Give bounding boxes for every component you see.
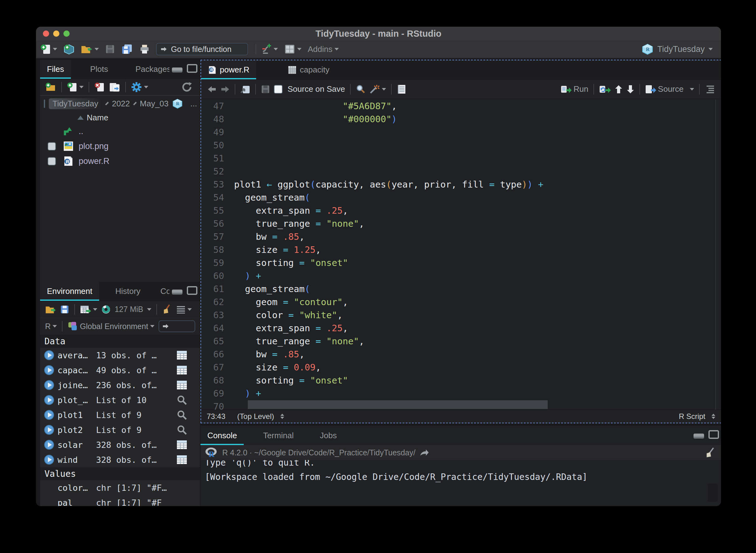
code-line[interactable]: 64 extra_span = .25, bbox=[201, 322, 721, 335]
load-workspace-button[interactable] bbox=[43, 303, 58, 316]
file-type-selector-icon[interactable] bbox=[712, 414, 715, 419]
clear-console-button[interactable] bbox=[703, 446, 717, 459]
code-line[interactable]: 51 bbox=[201, 152, 721, 165]
tab-files[interactable]: Files bbox=[40, 60, 71, 79]
source-button[interactable]: Source bbox=[643, 83, 696, 95]
go-to-next-chunk-button[interactable] bbox=[625, 83, 636, 95]
import-caret-icon[interactable] bbox=[93, 308, 97, 311]
code-tools-caret-icon[interactable] bbox=[382, 88, 386, 90]
new-file-button[interactable] bbox=[38, 42, 59, 56]
run-button[interactable]: Run bbox=[559, 83, 590, 95]
code-line[interactable]: 60 ) + bbox=[201, 269, 721, 283]
open-file-button[interactable] bbox=[79, 43, 101, 56]
horizontal-scrollbar[interactable] bbox=[248, 400, 548, 409]
files-more-button[interactable] bbox=[129, 80, 150, 94]
select-all-checkbox[interactable] bbox=[44, 99, 45, 108]
code-line[interactable]: 47 "#5A6D87", bbox=[201, 99, 721, 112]
new-file-caret-icon[interactable] bbox=[53, 48, 57, 51]
goto-file-function-input[interactable]: Go to file/function bbox=[156, 43, 248, 55]
file-row-power[interactable]: R power.R bbox=[40, 154, 200, 169]
tab-console[interactable]: Console bbox=[200, 426, 244, 445]
save-workspace-button[interactable] bbox=[58, 304, 71, 315]
save-all-button[interactable] bbox=[119, 43, 135, 56]
environment-data-row[interactable]: plot2 List of 9 bbox=[40, 422, 200, 437]
list-view-button[interactable] bbox=[174, 304, 194, 315]
expand-object-icon[interactable] bbox=[44, 424, 55, 435]
code-line[interactable]: 55 extra_span = .25, bbox=[201, 204, 721, 217]
back-button[interactable] bbox=[205, 84, 218, 94]
environment-data-row[interactable]: avera… 13 obs. of … bbox=[40, 348, 200, 363]
code-line[interactable]: 54 geom_stream( bbox=[201, 191, 721, 204]
import-dataset-button[interactable] bbox=[78, 303, 99, 316]
maximize-pane-icon[interactable] bbox=[187, 64, 197, 73]
code-line[interactable]: 56 true_range = "none", bbox=[201, 217, 721, 230]
console-output[interactable]: Type 'q()' to quit R. [Workspace loaded … bbox=[200, 460, 721, 506]
delete-file-button[interactable] bbox=[92, 81, 107, 94]
go-to-previous-chunk-button[interactable] bbox=[613, 83, 625, 95]
breadcrumb-more-button[interactable]: ... bbox=[190, 99, 197, 108]
file-name[interactable]: power.R bbox=[79, 156, 109, 166]
code-line[interactable]: 61 geom_stream( bbox=[201, 283, 721, 296]
memory-usage-button[interactable]: 127 MiB bbox=[99, 303, 153, 316]
clear-objects-button[interactable] bbox=[160, 303, 174, 316]
scope-indicator[interactable]: (Top Level) bbox=[237, 412, 274, 421]
checkbox-icon[interactable] bbox=[274, 85, 283, 94]
file-name[interactable]: plot.png bbox=[79, 142, 108, 151]
save-source-button[interactable] bbox=[259, 83, 272, 95]
breadcrumb-root[interactable]: TidyTuesday bbox=[49, 98, 102, 109]
code-tools-button[interactable] bbox=[367, 83, 388, 95]
environment-data-row[interactable]: joine… 236 obs. of… bbox=[40, 378, 200, 393]
file-type-indicator[interactable]: R Script bbox=[679, 412, 705, 421]
document-outline-button[interactable] bbox=[703, 84, 717, 94]
environment-search-input[interactable] bbox=[159, 320, 195, 332]
new-folder-button[interactable] bbox=[43, 81, 58, 93]
file-row-up[interactable]: .. bbox=[40, 124, 200, 139]
code-line[interactable]: 67 size = 0.09, bbox=[201, 361, 721, 374]
scope-select[interactable]: Global Environment bbox=[66, 320, 156, 332]
environment-data-row[interactable]: solar 328 obs. of… bbox=[40, 437, 200, 452]
tab-jobs[interactable]: Jobs bbox=[313, 426, 344, 445]
language-select[interactable]: R bbox=[43, 321, 59, 332]
list-view-caret-icon[interactable] bbox=[187, 308, 192, 311]
breadcrumb-year[interactable]: 2022 bbox=[112, 99, 130, 108]
environment-data-row[interactable]: wind 328 obs. of… bbox=[40, 452, 200, 467]
new-blank-file-caret-icon[interactable] bbox=[79, 86, 84, 88]
new-blank-file-button[interactable] bbox=[65, 81, 86, 94]
save-button[interactable] bbox=[103, 43, 117, 55]
expand-object-icon[interactable] bbox=[44, 410, 55, 420]
tab-capacity[interactable]: capacity bbox=[281, 60, 336, 79]
expand-object-icon[interactable] bbox=[44, 454, 55, 465]
environment-value-row[interactable]: color… chr [1:7] "#F… bbox=[40, 480, 200, 495]
environment-value-row[interactable]: pal chr [1:7] "#F bbox=[40, 495, 200, 506]
maximize-pane-icon[interactable] bbox=[708, 430, 719, 439]
project-menu-button[interactable]: R TidyTuesday bbox=[642, 43, 713, 55]
code-line[interactable]: 59 sorting = "onset" bbox=[201, 256, 721, 269]
open-in-new-window-button[interactable] bbox=[239, 83, 252, 95]
code-line[interactable]: 66 bw = .85, bbox=[201, 348, 721, 361]
language-caret-icon[interactable] bbox=[53, 325, 57, 327]
memory-caret-icon[interactable] bbox=[147, 308, 152, 311]
compile-report-button[interactable] bbox=[395, 83, 408, 95]
rename-file-button[interactable] bbox=[107, 81, 122, 94]
tab-plots[interactable]: Plots bbox=[83, 60, 115, 79]
files-name-header[interactable]: Name bbox=[40, 111, 200, 124]
environment-data-row[interactable]: plot1 List of 9 bbox=[40, 407, 200, 422]
code-line[interactable]: 48 "#000000") bbox=[201, 112, 721, 126]
view-table-icon[interactable] bbox=[176, 454, 187, 465]
minimize-pane-icon[interactable] bbox=[693, 433, 704, 439]
code-line[interactable]: 58 size = 1.25, bbox=[201, 243, 721, 256]
environment-data-row[interactable]: plot_… List of 10 bbox=[40, 393, 200, 407]
inspect-object-icon[interactable] bbox=[176, 424, 187, 435]
code-line[interactable]: 68 sorting = "onset" bbox=[201, 374, 721, 387]
code-line[interactable]: 49 bbox=[201, 126, 721, 139]
code-line[interactable]: 69 ) + bbox=[201, 387, 721, 400]
go-to-directory-icon[interactable] bbox=[420, 449, 429, 456]
addins-caret-icon[interactable] bbox=[335, 48, 339, 51]
view-table-icon[interactable] bbox=[176, 365, 187, 375]
code-line[interactable]: 53 plot1 ← ggplot(capacity, aes(year, pr… bbox=[201, 178, 721, 191]
expand-object-icon[interactable] bbox=[44, 380, 55, 390]
code-line[interactable]: 52 bbox=[201, 165, 721, 178]
inspect-object-icon[interactable] bbox=[176, 395, 187, 405]
view-table-icon[interactable] bbox=[176, 440, 187, 450]
file-checkbox[interactable] bbox=[48, 142, 56, 151]
